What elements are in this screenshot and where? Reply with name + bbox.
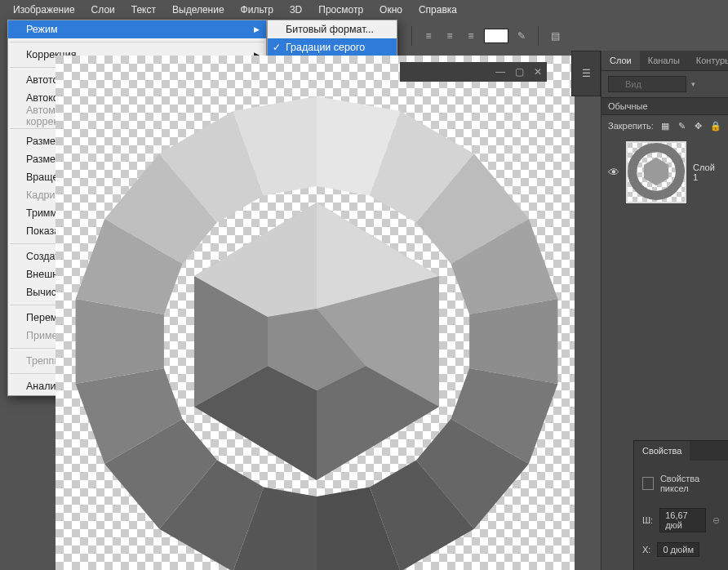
- warp-text-icon[interactable]: ✎: [513, 28, 530, 44]
- menu-filter[interactable]: Фильтр: [233, 1, 282, 19]
- menu-3d[interactable]: 3D: [282, 1, 310, 19]
- x-label: X:: [642, 545, 650, 554]
- properties-panel: Свойства Свойства пиксел Ш: 16,67 дюй ⊖ …: [633, 440, 728, 570]
- x-value[interactable]: 0 дюйм: [657, 542, 699, 557]
- menu-text[interactable]: Текст: [123, 1, 164, 19]
- lock-pixels-icon[interactable]: ▦: [660, 120, 670, 131]
- layer-name[interactable]: Слой 1: [693, 163, 721, 182]
- options-bar: ≡ ≡ ≡ ✎ ▤: [408, 23, 563, 49]
- document-titlebar: — ▢ ✕: [400, 62, 547, 82]
- lock-brush-icon[interactable]: ✎: [677, 120, 686, 131]
- layer-filter-row: ▾: [601, 71, 728, 97]
- tab-channels[interactable]: Каналы: [640, 51, 688, 70]
- canvas[interactable]: [55, 56, 575, 570]
- tab-paths[interactable]: Контуры: [688, 51, 728, 70]
- width-value[interactable]: 16,67 дюй: [659, 508, 706, 532]
- properties-title: Свойства пиксел: [660, 474, 720, 493]
- visibility-eye-icon[interactable]: 👁: [608, 166, 619, 179]
- align-left-icon[interactable]: ≡: [420, 28, 437, 44]
- tab-layers[interactable]: Слои: [601, 51, 640, 70]
- mode-bitmap[interactable]: Битовый формат...: [268, 20, 397, 38]
- menu-help[interactable]: Справка: [411, 1, 465, 19]
- menu-image[interactable]: Изображение: [5, 1, 83, 19]
- layer-filter-input[interactable]: [608, 76, 686, 92]
- separator: [10, 42, 264, 42]
- properties-header: Свойства пиксел: [642, 469, 720, 498]
- svg-marker-27: [644, 158, 668, 185]
- link-icon[interactable]: ⊖: [712, 515, 720, 526]
- tab-properties[interactable]: Свойства: [634, 441, 690, 461]
- layers-panel-tabs: Слои Каналы Контуры: [601, 51, 728, 71]
- blend-mode-select[interactable]: Обычные: [601, 97, 728, 115]
- color-swatch[interactable]: [484, 29, 508, 43]
- menu-item-mode[interactable]: Режим: [8, 20, 266, 38]
- align-right-icon[interactable]: ≡: [463, 28, 479, 44]
- menu-layers[interactable]: Слои: [83, 1, 123, 19]
- artwork: [55, 56, 575, 570]
- lock-position-icon[interactable]: ✥: [694, 120, 704, 131]
- layer-thumbnail[interactable]: [626, 141, 686, 203]
- menu-view[interactable]: Просмотр: [310, 1, 371, 19]
- pixel-layer-icon: [642, 477, 654, 490]
- properties-tabs: Свойства: [634, 441, 728, 461]
- lock-row: Закрепить: ▦ ✎ ✥ 🔒: [601, 115, 728, 136]
- layers-panel: Слои Каналы Контуры ▾ Обычные Закрепить:…: [601, 51, 728, 570]
- panel-toggle-icon[interactable]: ▤: [547, 28, 563, 44]
- layer-row[interactable]: 👁 Слой 1: [601, 136, 728, 208]
- doc-close-icon[interactable]: ✕: [534, 66, 542, 78]
- separator: [538, 26, 539, 46]
- lock-label: Закрепить:: [608, 121, 654, 131]
- separator: [411, 26, 412, 46]
- width-label: Ш:: [642, 515, 653, 525]
- menubar: Изображение Слои Текст Выделение Фильтр …: [0, 0, 728, 20]
- chevron-down-icon[interactable]: ▾: [691, 80, 695, 88]
- doc-minimize-icon[interactable]: —: [495, 66, 505, 78]
- menu-select[interactable]: Выделение: [164, 1, 233, 19]
- doc-maximize-icon[interactable]: ▢: [515, 66, 524, 78]
- lock-all-icon[interactable]: 🔒: [710, 120, 721, 131]
- panel-icon-rail[interactable]: ☰: [571, 51, 601, 96]
- menu-window[interactable]: Окно: [371, 1, 411, 19]
- align-center-icon[interactable]: ≡: [442, 28, 458, 44]
- mode-grayscale[interactable]: Градации серого: [268, 38, 397, 56]
